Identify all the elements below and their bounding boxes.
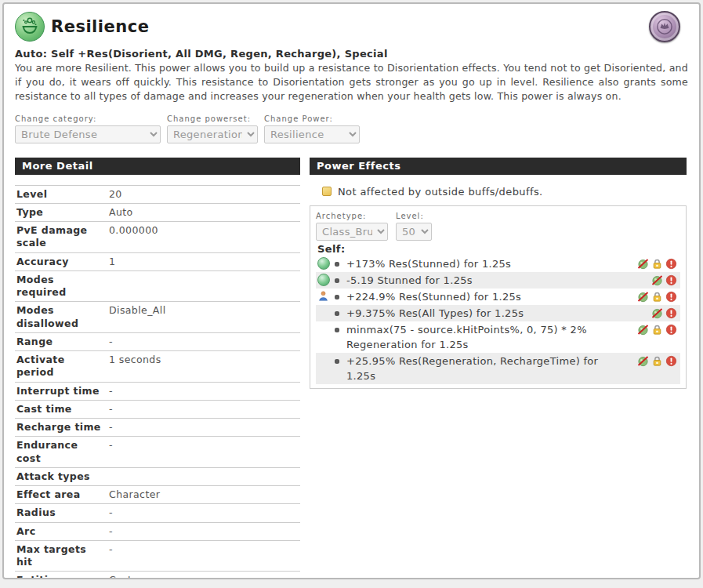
detail-value: 1 seconds <box>107 351 300 383</box>
detail-value <box>107 270 300 302</box>
effect-text: -5.19 Stunned for 1.25s <box>346 273 473 288</box>
power-effects-header: Power Effects <box>310 158 687 175</box>
buff-note-text: Not affected by outside buffs/debuffs. <box>338 186 543 198</box>
archetype-select[interactable]: Class_Brute <box>316 223 388 241</box>
detail-value: - <box>107 522 300 540</box>
power-select[interactable]: Resilience <box>264 125 360 143</box>
page-header: Resilience <box>4 4 699 42</box>
effect-row: +9.375% Res(All Types) for 1.25s <box>316 305 680 321</box>
effect-row: +173% Res(Stunned) for 1.25s <box>316 256 680 272</box>
lock-icon <box>651 258 663 270</box>
detail-label: Endurance cost <box>15 437 107 468</box>
alert-icon <box>665 307 677 319</box>
effect-row: +25.95% Res(Regeneration, RechargeTime) … <box>316 353 680 384</box>
effects-selectors: Archetype: Class_Brute Level: 50 <box>316 212 680 241</box>
bullet-icon <box>335 311 339 316</box>
effect-flag-icons <box>637 322 677 336</box>
detail-value: Character <box>107 486 300 504</box>
power-type-line: Auto: Self +Res(Disorient, All DMG, Rege… <box>15 48 688 60</box>
level-select[interactable]: 50 <box>396 223 432 241</box>
detail-row: Entities affectedCaster <box>15 572 300 579</box>
effects-list: +173% Res(Stunned) for 1.25s-5.19 Stunne… <box>316 256 680 384</box>
detail-label: Accuracy <box>15 252 107 270</box>
brute-archetype-badge-icon[interactable] <box>649 11 680 42</box>
page-card: Resilience Auto: Self +Res(Disorient, Al… <box>2 2 701 579</box>
detail-label: Interrupt time <box>15 382 107 400</box>
power-description: You are more Resilient. This power allow… <box>15 61 688 103</box>
effect-source-slot <box>317 306 333 307</box>
detail-row: Modes disallowedDisable_All <box>15 302 300 333</box>
effect-row: +224.9% Res(Stunned) for 1.25s <box>316 289 680 305</box>
more-detail-header: More Detail <box>15 158 300 175</box>
effects-box: Archetype: Class_Brute Level: 50 Self: +… <box>310 205 687 389</box>
level-select-label: Level: <box>396 212 432 220</box>
navigation-selectors: Change category: Brute Defense Change po… <box>4 103 699 143</box>
effect-text: +173% Res(Stunned) for 1.25s <box>346 256 511 271</box>
powerset-selector-group: Change powerset: Regeneration <box>167 114 258 143</box>
more-detail-panel: More Detail Level20TypeAutoPvE damage sc… <box>15 158 300 579</box>
detail-value: - <box>107 419 300 437</box>
powerset-select[interactable]: Regeneration <box>167 125 258 143</box>
archetype-selector-group: Archetype: Class_Brute <box>316 212 388 241</box>
category-select-label: Change category: <box>15 114 161 123</box>
null-buff-icon <box>322 187 332 196</box>
detail-value: - <box>107 504 300 522</box>
detail-row: Cast time- <box>15 400 300 418</box>
detail-row: Modes required <box>15 270 300 302</box>
detail-row: TypeAuto <box>15 203 300 221</box>
no-enhance-icon <box>637 355 649 367</box>
no-enhance-icon <box>637 291 649 303</box>
detail-table-body: Level20TypeAutoPvE damage scale0.000000A… <box>15 185 300 579</box>
detail-row: Activate period1 seconds <box>15 351 300 383</box>
detail-label: Attack types <box>15 467 107 485</box>
pve-orb-icon <box>317 257 330 270</box>
detail-value: - <box>107 400 300 418</box>
effects-scope-label: Self: <box>317 243 680 255</box>
lock-icon <box>651 291 663 303</box>
detail-row: Radius- <box>15 504 300 522</box>
detail-row: Attack types <box>15 467 300 485</box>
detail-label: Cast time <box>15 400 107 418</box>
power-summary: Auto: Self +Res(Disorient, All DMG, Rege… <box>4 42 699 103</box>
main-columns: More Detail Level20TypeAutoPvE damage sc… <box>4 143 699 579</box>
category-select[interactable]: Brute Defense <box>15 125 161 143</box>
detail-row: Interrupt time- <box>15 382 300 400</box>
effect-source-slot <box>317 322 333 323</box>
power-selector-group: Change Power: Resilience <box>264 114 360 143</box>
player-icon <box>317 290 329 302</box>
effect-flag-icons <box>637 289 677 303</box>
detail-row: Endurance cost- <box>15 437 300 468</box>
detail-value: - <box>107 540 300 572</box>
pve-orb-icon <box>317 274 330 286</box>
detail-label: Max targets hit <box>15 540 107 572</box>
effect-row: -5.19 Stunned for 1.25s <box>316 272 680 289</box>
detail-row: Recharge time- <box>15 419 300 437</box>
buff-note: Not affected by outside buffs/debuffs. <box>322 186 687 198</box>
effect-source-slot <box>317 354 333 354</box>
category-selector-group: Change category: Brute Defense <box>15 114 161 143</box>
detail-row: Accuracy1 <box>15 252 300 270</box>
effect-row: minmax(75 - source.kHitPoints%, 0, 75) *… <box>316 321 680 353</box>
bullet-icon <box>335 295 339 299</box>
effect-source-slot <box>317 289 333 302</box>
detail-label: Modes disallowed <box>15 302 107 333</box>
detail-label: Recharge time <box>15 419 107 437</box>
detail-value: Caster <box>107 572 300 579</box>
alert-icon <box>665 274 677 286</box>
alert-icon <box>665 291 677 303</box>
power-effects-panel: Power Effects Not affected by outside bu… <box>310 158 687 579</box>
detail-label: Radius <box>15 504 107 522</box>
detail-value: - <box>107 437 300 468</box>
detail-label: PvE damage scale <box>15 222 107 253</box>
detail-row: Level20 <box>15 185 300 203</box>
effect-source-slot <box>317 273 333 286</box>
detail-label: Arc <box>15 522 107 540</box>
effect-source-slot <box>317 256 333 270</box>
detail-label: Effect area <box>15 486 107 504</box>
detail-label: Modes required <box>15 270 107 302</box>
lock-icon <box>651 355 663 367</box>
archetype-select-label: Archetype: <box>316 212 388 220</box>
effect-text: +9.375% Res(All Types) for 1.25s <box>346 306 524 321</box>
resilience-power-icon <box>15 12 45 42</box>
effect-flag-icons <box>637 256 677 270</box>
